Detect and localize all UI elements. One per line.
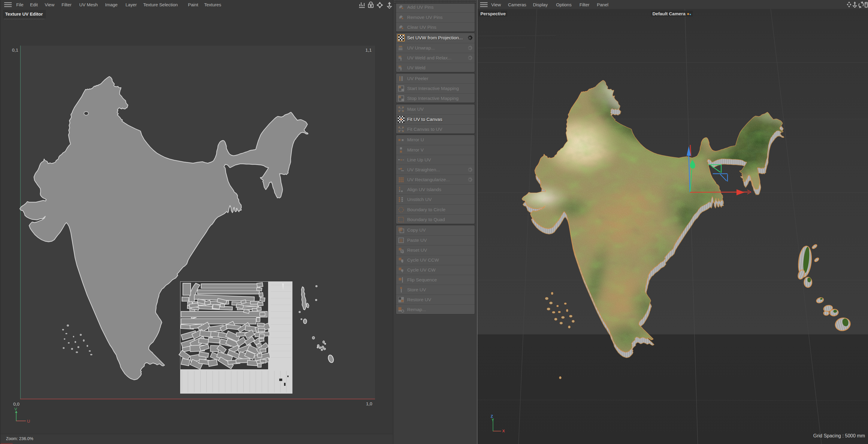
svg-text:X: X: [502, 429, 505, 433]
svg-text:V: V: [14, 407, 17, 411]
svg-text:U: U: [27, 419, 30, 423]
